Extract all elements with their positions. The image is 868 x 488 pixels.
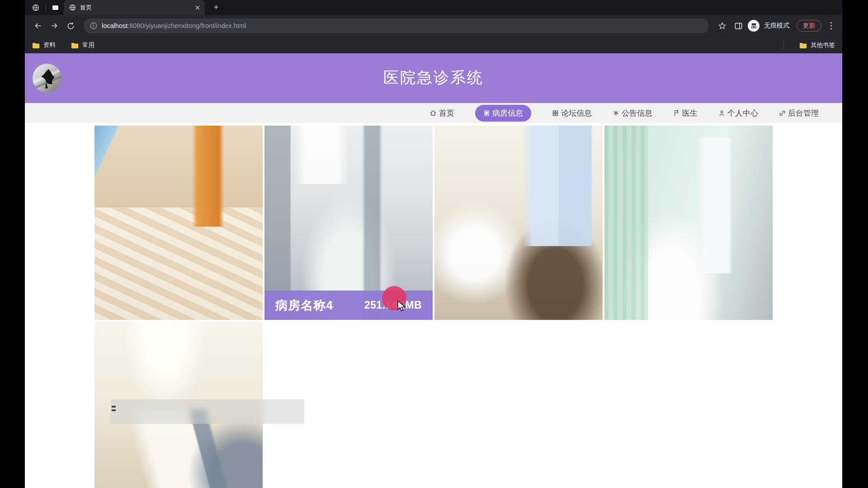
ward-card-grid: 病房名称4 251.14RMB (94, 126, 773, 488)
bookmark-label: 常用 (82, 41, 94, 49)
forum-icon (552, 110, 559, 117)
tab-strip: 首页 + (25, 0, 842, 15)
home-icon (429, 109, 437, 117)
nav-label: 首页 (439, 108, 454, 118)
new-tab-button[interactable]: + (210, 1, 222, 13)
other-bookmarks-label: 其他书签 (811, 41, 835, 49)
active-tab[interactable]: 首页 (64, 0, 205, 15)
globe-icon (32, 4, 39, 11)
reload-button[interactable] (64, 19, 77, 33)
site-header: 医院急诊系统 (25, 53, 842, 103)
forward-arrow-icon (50, 21, 59, 30)
card-row: 病房名称4 251.14RMB (94, 126, 773, 320)
url-text: localhost:8080/yiyuanjizhenxitong/front/… (102, 22, 246, 29)
incognito-icon (750, 22, 758, 30)
bookmark-folder-changyong[interactable]: 常用 (71, 41, 94, 49)
back-arrow-icon (33, 21, 42, 30)
nav-item-announcements[interactable]: 公告信息 (613, 108, 652, 118)
update-button[interactable]: 更新 (797, 20, 821, 32)
blank-favicon (52, 5, 58, 10)
nav-label: 论坛信息 (561, 108, 592, 118)
nav-label: 医生 (682, 108, 698, 118)
nav-item-admin[interactable]: 后台管理 (779, 108, 819, 118)
ward-card[interactable] (604, 126, 773, 320)
incognito-label: 无痕模式 (764, 22, 789, 30)
browser-toolbar: localhost:8080/yiyuanjizhenxitong/front/… (25, 15, 842, 37)
pinned-tab-globe[interactable] (32, 4, 39, 11)
url-host: localhost (102, 22, 127, 29)
address-bar[interactable]: localhost:8080/yiyuanjizhenxitong/front/… (84, 19, 709, 33)
tab-title: 首页 (80, 4, 191, 12)
side-panel-icon (734, 22, 743, 30)
blur-overlay (111, 399, 304, 424)
cursor-arrow-icon (396, 300, 407, 312)
url-path: :8080/yiyuanjizhenxitong/front/index.htm… (127, 22, 246, 29)
ward-card[interactable] (94, 126, 263, 320)
tab-divider (46, 4, 46, 11)
kebab-menu-icon (830, 22, 832, 30)
ward-card-hovered[interactable]: 病房名称4 251.14RMB (264, 126, 433, 320)
folder-icon (32, 42, 40, 49)
folder-icon (71, 42, 79, 49)
ward-card[interactable] (434, 126, 603, 320)
pinned-tab-blank[interactable] (52, 5, 58, 10)
nav-label: 后台管理 (788, 108, 819, 118)
nav-item-home[interactable]: 首页 (429, 108, 454, 118)
back-button[interactable] (31, 19, 45, 33)
browser-window: 首页 + localhost:8080/yiyuanjizhenxitong/f… (25, 0, 842, 488)
page-info-icon (90, 22, 97, 29)
nav-label: 病房信息 (492, 108, 523, 118)
announcement-icon (613, 110, 619, 117)
nav-label: 个人中心 (727, 108, 758, 118)
star-icon (718, 22, 726, 30)
reload-icon (66, 22, 75, 30)
nav-item-doctors[interactable]: 医生 (673, 108, 698, 118)
video-frame: 首页 + localhost:8080/yiyuanjizhenxitong/f… (0, 0, 868, 488)
bookmarks-bar: 资料 常用 其他书签 (25, 37, 842, 53)
bookmark-star-button[interactable] (715, 19, 729, 33)
bookmark-label: 资料 (43, 41, 56, 49)
browser-menu-button[interactable] (826, 22, 836, 30)
site-title: 医院急诊系统 (25, 67, 842, 88)
bookmark-folder-ziliao[interactable]: 资料 (32, 41, 56, 49)
incognito-avatar[interactable] (748, 20, 760, 32)
profile-icon (718, 110, 725, 117)
nav-label: 公告信息 (622, 108, 652, 118)
nav-item-ward-info[interactable]: 病房信息 (475, 105, 531, 122)
ward-icon (483, 110, 490, 117)
main-nav: 首页 病房信息 论坛信息 公告信息 医生 (25, 103, 842, 123)
forward-button[interactable] (47, 19, 61, 33)
nav-item-profile[interactable]: 个人中心 (718, 108, 758, 118)
doctor-flag-icon (673, 110, 680, 117)
admin-link-icon (779, 110, 786, 117)
tab-close-button[interactable] (195, 5, 200, 10)
nav-item-forum-info[interactable]: 论坛信息 (552, 108, 592, 118)
side-panel-button[interactable] (731, 19, 745, 33)
ward-name: 病房名称4 (275, 297, 333, 314)
mouse-cursor (396, 300, 407, 312)
folder-icon (799, 42, 807, 49)
bookmarks-divider (783, 41, 784, 49)
close-icon (195, 5, 200, 10)
other-bookmarks[interactable]: 其他书签 (799, 41, 835, 49)
globe-icon (69, 4, 76, 11)
web-page: 医院急诊系统 首页 病房信息 论坛信息 公告信息 (25, 53, 842, 488)
card-caption: 病房名称4 251.14RMB (264, 291, 433, 320)
